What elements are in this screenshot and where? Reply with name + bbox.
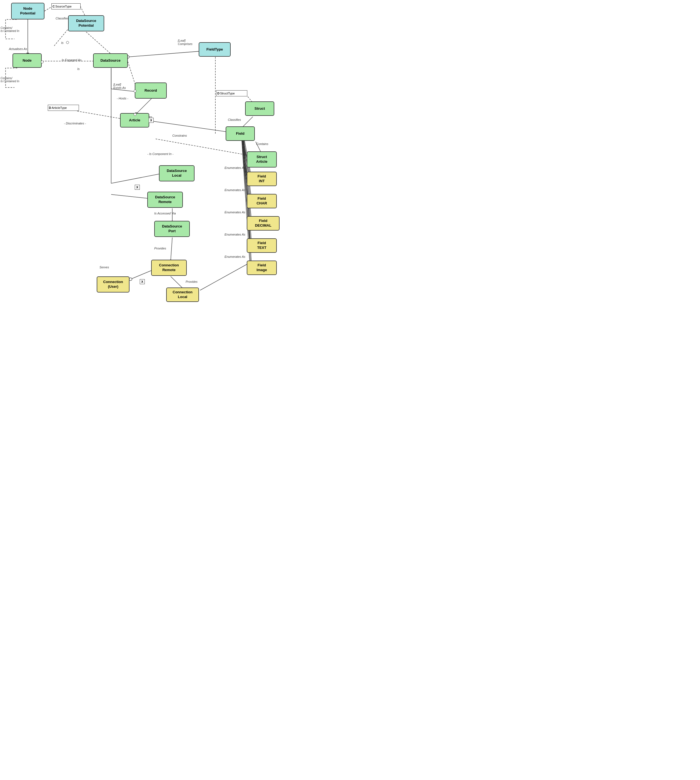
field-decimal[interactable]: FieldDECIMAL bbox=[247, 216, 280, 231]
classifies-label: Classifies bbox=[56, 17, 68, 20]
struct-article[interactable]: StructArticle bbox=[247, 151, 277, 168]
constrains-label: Constrains bbox=[172, 134, 187, 137]
field-type[interactable]: FieldType bbox=[199, 42, 231, 57]
leaf-exists-as-label: [Leaf]Exists As bbox=[113, 83, 126, 90]
leaf-comprises-label: [Leaf]Comprises bbox=[178, 39, 193, 46]
is-accessed-via-label: Is Accessed Via bbox=[154, 212, 176, 215]
connection-user[interactable]: Connection(User) bbox=[97, 276, 130, 293]
svg-line-17 bbox=[150, 121, 228, 132]
hosts-label: - Hosts - bbox=[117, 96, 128, 100]
is-component-in-label: - Is Component In - bbox=[147, 152, 173, 156]
svg-line-31 bbox=[131, 269, 154, 279]
circle-marker-4 bbox=[134, 113, 137, 116]
datasource-potential[interactable]: DataSourcePotential bbox=[68, 15, 104, 32]
is-engaged-as-label: Is Engaged As bbox=[62, 58, 82, 62]
record[interactable]: Record bbox=[135, 83, 167, 99]
circle-marker-1 bbox=[66, 41, 69, 44]
enumerates-as-4: Enumerates As bbox=[225, 233, 245, 236]
diagram-container: NodePotential C SourceType DataSourcePot… bbox=[0, 0, 281, 312]
contains-label-bot: Contains/Is Contained In bbox=[0, 77, 19, 83]
enumerates-as-2: Enumerates As bbox=[225, 188, 245, 192]
article-type-label: D ArticleType bbox=[48, 105, 79, 111]
svg-line-30 bbox=[171, 276, 183, 289]
node-potential[interactable]: NodePotential bbox=[11, 3, 45, 20]
enumerates-as-3: Enumerates As bbox=[225, 211, 245, 214]
contains-label: Contains bbox=[256, 142, 268, 146]
actualises-as-label: Actualises As bbox=[9, 47, 27, 51]
connection-local[interactable]: ConnectionLocal bbox=[166, 288, 199, 302]
diagram-lines bbox=[0, 0, 281, 312]
is-label-top: Is bbox=[61, 41, 63, 45]
contains-label-top: Contains/Is Contained In bbox=[0, 27, 19, 33]
svg-line-16 bbox=[77, 111, 122, 119]
svg-line-33 bbox=[200, 263, 250, 290]
connection-x-marker: X bbox=[140, 279, 145, 284]
datasource-x-marker: X bbox=[135, 185, 140, 190]
datasource-remote[interactable]: DataSourceRemote bbox=[147, 192, 183, 208]
datasource[interactable]: DataSource bbox=[93, 53, 128, 68]
circle-marker-3 bbox=[134, 90, 137, 93]
enumerates-as-5: Enumerates As bbox=[225, 255, 245, 258]
circle-marker-2 bbox=[41, 61, 43, 63]
article-x-marker: X bbox=[149, 118, 154, 123]
svg-line-6 bbox=[86, 32, 111, 54]
field[interactable]: Field bbox=[226, 126, 255, 141]
discriminates-label: - Discriminates - bbox=[64, 121, 86, 125]
provides-label-1: Provides bbox=[154, 247, 166, 250]
provides-label-2: Provides bbox=[186, 280, 198, 283]
classifies-struct-label: Classifies bbox=[228, 118, 241, 121]
struct[interactable]: Struct bbox=[245, 101, 274, 116]
serves-label: Serves bbox=[100, 266, 109, 269]
field-text[interactable]: FieldTEXT bbox=[247, 238, 277, 253]
field-char[interactable]: FieldCHAR bbox=[247, 194, 277, 208]
svg-line-25 bbox=[111, 195, 150, 199]
enumerates-as-1: Enumerates As bbox=[225, 166, 245, 170]
struct-type-label: D StructType bbox=[216, 90, 247, 96]
field-image[interactable]: FieldImage bbox=[247, 261, 277, 275]
svg-line-14 bbox=[136, 99, 152, 114]
is-label-mid: Is bbox=[77, 67, 80, 71]
svg-line-19 bbox=[242, 116, 253, 128]
svg-line-28 bbox=[171, 238, 172, 261]
node[interactable]: Node bbox=[13, 53, 42, 68]
connection-remote[interactable]: ConnectionRemote bbox=[151, 260, 187, 276]
svg-line-24 bbox=[111, 174, 161, 183]
datasource-local[interactable]: DataSourceLocal bbox=[159, 165, 195, 181]
svg-point-32 bbox=[129, 278, 132, 281]
datasource-port[interactable]: DataSourcePort bbox=[154, 221, 190, 237]
field-int[interactable]: FieldINT bbox=[247, 172, 277, 186]
source-type-label: C SourceType bbox=[52, 3, 81, 10]
